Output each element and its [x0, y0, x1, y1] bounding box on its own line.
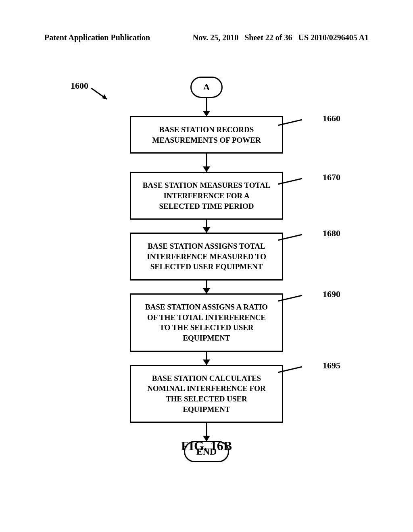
- header-sheet: Sheet 22 of 36: [244, 33, 292, 42]
- leader-line-1670: [278, 177, 314, 193]
- process-box-1680: BASE STATION ASSIGNS TOTAL INTERFERENCE …: [130, 233, 283, 281]
- flowchart-container: A BASE STATION RECORDS MEASUREMENTS OF P…: [130, 77, 283, 462]
- leader-line-1680: [278, 233, 314, 249]
- figure-title: FIG. 16B: [181, 438, 232, 453]
- svg-line-5: [278, 295, 302, 301]
- flow-arrow: [206, 352, 207, 365]
- header-pubnum: US 2010/0296405 A1: [298, 33, 369, 42]
- header-right-group: Nov. 25, 2010 Sheet 22 of 36 US 2010/029…: [193, 33, 369, 42]
- flow-arrow: [206, 281, 207, 293]
- ref-label-1660: 1660: [323, 112, 340, 125]
- ref-label-1690: 1690: [323, 288, 340, 300]
- ref-label-1670: 1670: [323, 171, 340, 183]
- process-text: BASE STATION MEASURES TOTAL INTERFERENCE…: [143, 181, 271, 210]
- flow-arrow: [206, 154, 207, 172]
- process-box-1660: BASE STATION RECORDS MEASUREMENTS OF POW…: [130, 116, 283, 154]
- process-text: BASE STATION ASSIGNS TOTAL INTERFERENCE …: [147, 242, 266, 271]
- ref-label-1680: 1680: [323, 227, 340, 239]
- page-header: Patent Application Publication Nov. 25, …: [0, 33, 413, 42]
- flow-arrow: [206, 220, 207, 233]
- ref-label-1695: 1695: [323, 360, 340, 372]
- svg-line-4: [278, 235, 302, 240]
- process-box-1695: BASE STATION CALCULATES NOMINAL INTERFER…: [130, 365, 283, 423]
- process-text: BASE STATION CALCULATES NOMINAL INTERFER…: [147, 374, 265, 414]
- leader-arrow-1600: [91, 88, 115, 104]
- process-text: BASE STATION ASSIGNS A RATIO OF THE TOTA…: [145, 303, 268, 342]
- ref-label-1600: 1600: [71, 81, 88, 91]
- svg-line-6: [278, 367, 302, 372]
- header-date: Nov. 25, 2010: [193, 33, 238, 42]
- process-box-1690: BASE STATION ASSIGNS A RATIO OF THE TOTA…: [130, 293, 283, 352]
- header-publication: Patent Application Publication: [44, 33, 150, 42]
- leader-line-1660: [278, 118, 314, 134]
- svg-line-2: [278, 120, 302, 125]
- connector-a: A: [190, 77, 222, 98]
- leader-line-1695: [278, 365, 314, 381]
- leader-line-1690: [278, 294, 314, 310]
- process-box-1670: BASE STATION MEASURES TOTAL INTERFERENCE…: [130, 172, 283, 220]
- process-text: BASE STATION RECORDS MEASUREMENTS OF POW…: [152, 125, 261, 144]
- flow-arrow: [206, 98, 207, 116]
- svg-line-3: [278, 179, 302, 184]
